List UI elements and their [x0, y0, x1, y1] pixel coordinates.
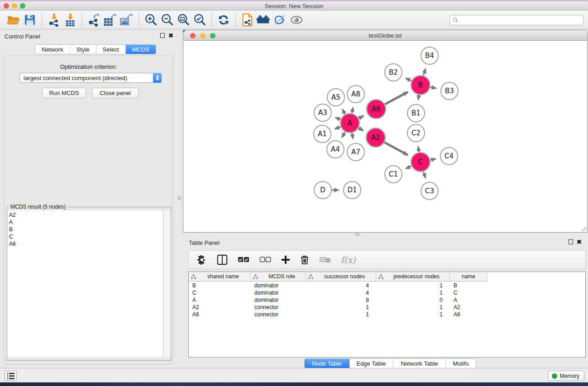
node-table[interactable]: shared name MCDS role successor nodes pr…: [188, 272, 586, 357]
horizontal-splitter[interactable]: [182, 233, 588, 236]
table-cell[interactable]: 4: [306, 282, 376, 289]
function-builder-icon[interactable]: f(x): [341, 253, 356, 267]
table-cell[interactable]: C: [450, 290, 488, 296]
table-cell[interactable]: dominator: [251, 290, 306, 296]
table-cell[interactable]: A2: [189, 304, 251, 310]
table-cell[interactable]: 1: [376, 290, 450, 296]
tab-style[interactable]: Style: [70, 45, 96, 54]
export-network-icon[interactable]: [86, 13, 102, 27]
mcds-result-list[interactable]: A2ABCA6: [7, 210, 163, 357]
select-all-icon[interactable]: [238, 253, 249, 267]
tab-edge-table[interactable]: Edge Table: [349, 359, 394, 368]
graph-edge-A-A8[interactable]: [352, 107, 353, 113]
tab-network[interactable]: Network: [35, 45, 70, 54]
save-session-icon[interactable]: [22, 13, 38, 27]
import-table-icon[interactable]: [62, 13, 78, 27]
zoom-in-icon[interactable]: [143, 13, 159, 27]
table-row[interactable]: Adominator80A: [189, 296, 585, 304]
column-header-predecessor-nodes[interactable]: predecessor nodes: [376, 272, 450, 281]
graph-edge-B-B4[interactable]: [423, 69, 425, 76]
graph-edge-B-B3[interactable]: [430, 87, 436, 88]
table-cell[interactable]: A: [189, 297, 251, 303]
graph-edge-B-B2[interactable]: [406, 78, 411, 81]
network-window-titlebar[interactable]: testGlobe.txt: [183, 30, 588, 41]
mcds-result-item[interactable]: A2: [9, 211, 163, 219]
network-graph[interactable]: B4B2BB3A8A5A6A3B1AC2A1A2A4A7C4CC1DD1C3: [183, 41, 587, 232]
table-cell[interactable]: connector: [251, 311, 306, 318]
refresh-icon[interactable]: [215, 13, 232, 27]
window-resize-grip[interactable]: [581, 226, 586, 231]
graph-edge-C-C1[interactable]: [406, 166, 411, 169]
new-network-from-selection-icon[interactable]: [239, 13, 256, 27]
app-titlebar[interactable]: Session: New Session: [0, 1, 588, 10]
graph-edge-C-C2[interactable]: [418, 147, 419, 152]
table-row[interactable]: Bdominator41B: [189, 282, 585, 289]
column-header-name[interactable]: name: [450, 272, 488, 281]
table-cell[interactable]: A2: [450, 304, 488, 310]
table-cell[interactable]: A6: [450, 311, 488, 318]
graph-edge-B-B1[interactable]: [418, 95, 419, 100]
graph-edge-A2-C[interactable]: [384, 143, 408, 155]
table-settings-gear-icon[interactable]: [197, 253, 207, 267]
graph-edge-A-A2[interactable]: [359, 128, 363, 131]
table-cell[interactable]: A: [450, 297, 488, 303]
table-cell[interactable]: 1: [306, 311, 376, 318]
add-column-plus-icon[interactable]: [281, 253, 290, 267]
column-header-successor-nodes[interactable]: successor nodes: [306, 272, 376, 281]
network-canvas[interactable]: B4B2BB3A8A5A6A3B1AC2A1A2A4A7C4CC1DD1C3: [183, 41, 588, 233]
table-cell[interactable]: 1: [376, 304, 450, 310]
column-view-icon[interactable]: [217, 253, 228, 267]
zoom-out-icon[interactable]: [159, 13, 175, 27]
table-body[interactable]: Bdominator41BCdominator41CAdominator80AA…: [189, 282, 585, 318]
table-cell[interactable]: 0: [376, 297, 450, 303]
graph-edge-A-A1[interactable]: [335, 127, 341, 129]
graph-edge-A-A7[interactable]: [352, 133, 353, 139]
table-cell[interactable]: 1: [306, 304, 376, 310]
table-cell[interactable]: connector: [251, 304, 306, 310]
table-cell[interactable]: C: [189, 290, 251, 296]
mcds-result-item[interactable]: A: [9, 219, 163, 226]
tab-network-table[interactable]: Network Table: [393, 359, 445, 368]
splitter-grip[interactable]: [355, 233, 359, 236]
mcds-result-item[interactable]: A6: [9, 240, 163, 248]
graph-edge-A-A4[interactable]: [342, 132, 345, 137]
table-cell[interactable]: 1: [376, 311, 450, 318]
tab-node-table[interactable]: Node Table: [305, 359, 349, 368]
import-network-icon[interactable]: [46, 13, 62, 27]
zoom-fit-icon[interactable]: [175, 13, 191, 27]
tab-select[interactable]: Select: [96, 45, 126, 54]
export-image-icon[interactable]: [119, 13, 135, 27]
close-panel-icon[interactable]: ✖: [168, 33, 173, 38]
search-input[interactable]: [460, 16, 583, 24]
deselect-all-icon[interactable]: [259, 253, 271, 267]
table-row[interactable]: Cdominator41C: [189, 289, 585, 296]
show-all-panels-icon[interactable]: [256, 13, 272, 27]
mcds-result-scrollbar[interactable]: [164, 210, 171, 357]
table-cell[interactable]: 1: [376, 282, 450, 289]
graph-edge-A6-B[interactable]: [385, 92, 408, 104]
table-cell[interactable]: 8: [306, 297, 376, 303]
tab-mcds[interactable]: MCDS: [126, 45, 156, 54]
mcds-result-item[interactable]: C: [9, 233, 163, 240]
zoom-selected-icon[interactable]: [191, 13, 208, 27]
memory-button[interactable]: Memory: [548, 371, 584, 381]
close-panel-icon[interactable]: ✖: [577, 239, 582, 244]
graph-edge-C-C3[interactable]: [424, 172, 425, 178]
export-table-icon[interactable]: [102, 13, 119, 27]
float-panel-icon[interactable]: [160, 33, 165, 38]
delete-trash-icon[interactable]: [300, 253, 309, 267]
table-cell[interactable]: dominator: [251, 282, 306, 289]
tab-motifs[interactable]: Motifs: [446, 359, 476, 368]
table-cell[interactable]: 4: [306, 290, 376, 296]
float-panel-icon[interactable]: [569, 239, 573, 244]
table-cell[interactable]: B: [450, 282, 488, 289]
table-cell[interactable]: A6: [189, 311, 251, 318]
delete-table-icon[interactable]: [319, 253, 331, 267]
splitter-grip[interactable]: [178, 196, 181, 200]
search-field[interactable]: [449, 15, 583, 25]
vertical-splitter[interactable]: [177, 29, 182, 368]
column-header-mcds-role[interactable]: MCDS role: [251, 272, 306, 281]
criterion-dropdown[interactable]: largest connected component (directed): [19, 73, 162, 83]
table-cell[interactable]: dominator: [251, 297, 306, 303]
graph-edge-A-A5[interactable]: [342, 109, 345, 114]
